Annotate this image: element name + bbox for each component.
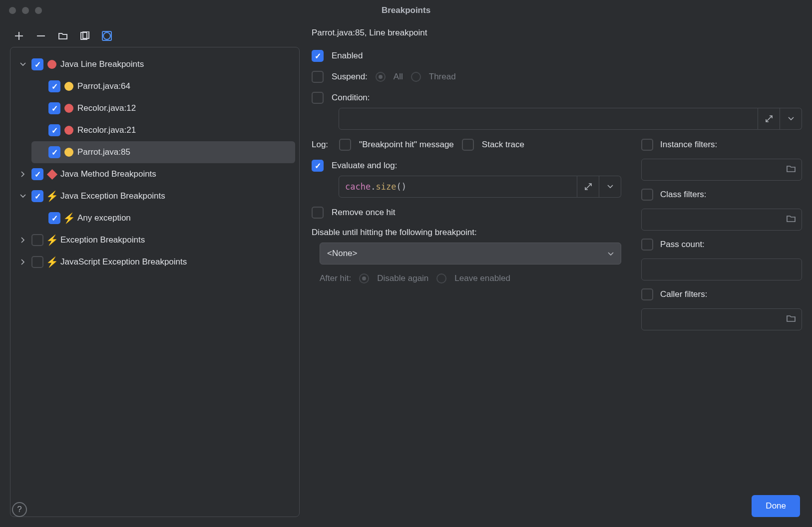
condition-input[interactable] bbox=[339, 108, 758, 130]
expand-arrow-icon[interactable] bbox=[17, 237, 28, 243]
group-label: JavaScript Exception Breakpoints bbox=[60, 257, 187, 267]
item-checkbox[interactable] bbox=[48, 102, 60, 114]
tree-item-any-exc[interactable]: ⚡Any exception bbox=[31, 207, 295, 229]
disable-again-label: Disable again bbox=[377, 273, 428, 283]
expand-arrow-icon[interactable] bbox=[17, 259, 28, 265]
breakpoint-type-icon: ⚡ bbox=[46, 191, 57, 202]
breakpoint-icon bbox=[63, 125, 74, 136]
caller-filter-checkbox[interactable] bbox=[641, 288, 653, 300]
detail-title: Parrot.java:85, Line breakpoint bbox=[312, 28, 802, 38]
tree-group-js-exc[interactable]: ⚡JavaScript Exception Breakpoints bbox=[14, 251, 295, 273]
suspend-checkbox[interactable] bbox=[312, 71, 324, 83]
tree-group-java-exception[interactable]: ⚡Java Exception Breakpoints bbox=[14, 185, 295, 207]
log-hit-label: "Breakpoint hit" message bbox=[359, 140, 454, 150]
pass-count-checkbox[interactable] bbox=[641, 239, 653, 251]
breakpoint-toolbar bbox=[10, 27, 300, 47]
item-checkbox[interactable] bbox=[48, 80, 60, 92]
group-by-package-icon[interactable] bbox=[57, 30, 69, 42]
group-checkbox[interactable] bbox=[31, 168, 43, 180]
log-stack-label: Stack trace bbox=[482, 140, 524, 150]
breakpoint-type-icon bbox=[46, 169, 57, 180]
breakpoint-type-icon: ⚡ bbox=[46, 257, 57, 267]
suspend-label: Suspend: bbox=[332, 72, 368, 82]
item-label: Parrot.java:85 bbox=[77, 147, 130, 157]
expand-arrow-icon[interactable] bbox=[17, 62, 28, 66]
leave-enabled-label: Leave enabled bbox=[454, 273, 510, 283]
folder-icon bbox=[787, 165, 796, 175]
pass-count-label: Pass count: bbox=[660, 240, 705, 250]
group-checkbox[interactable] bbox=[31, 256, 43, 268]
caller-filter-input[interactable] bbox=[641, 308, 802, 330]
window-controls bbox=[0, 7, 42, 14]
group-checkbox[interactable] bbox=[31, 190, 43, 202]
suspend-thread-radio[interactable] bbox=[411, 72, 421, 82]
enabled-checkbox[interactable] bbox=[312, 50, 324, 62]
class-filter-input[interactable] bbox=[641, 209, 802, 231]
tree-group-java-method[interactable]: Java Method Breakpoints bbox=[14, 163, 295, 185]
expand-evaluate-icon[interactable] bbox=[577, 176, 599, 198]
chevron-down-icon bbox=[608, 249, 614, 259]
item-checkbox[interactable] bbox=[48, 212, 60, 224]
expand-arrow-icon[interactable] bbox=[17, 194, 28, 198]
window-title: Breakpoints bbox=[382, 5, 430, 15]
tree-item-recolor-12[interactable]: Recolor.java:12 bbox=[31, 97, 295, 119]
expand-condition-icon[interactable] bbox=[758, 108, 780, 130]
tree-item-parrot-64[interactable]: Parrot.java:64 bbox=[31, 75, 295, 97]
breakpoint-type-icon bbox=[46, 59, 57, 70]
log-hit-checkbox[interactable] bbox=[339, 139, 351, 151]
item-checkbox[interactable] bbox=[48, 146, 60, 158]
group-checkbox[interactable] bbox=[31, 234, 43, 246]
group-label: Java Method Breakpoints bbox=[60, 169, 156, 179]
evaluate-label: Evaluate and log: bbox=[332, 161, 397, 171]
group-checkbox[interactable] bbox=[31, 58, 43, 70]
folder-icon bbox=[787, 215, 796, 225]
class-filter-label: Class filters: bbox=[660, 190, 707, 200]
zoom-window-icon[interactable] bbox=[35, 7, 42, 14]
disable-until-label: Disable until hitting the following brea… bbox=[312, 228, 621, 238]
breakpoint-icon bbox=[63, 103, 74, 114]
help-button[interactable]: ? bbox=[12, 502, 27, 517]
log-label: Log: bbox=[312, 140, 328, 150]
leave-enabled-radio[interactable] bbox=[436, 273, 446, 283]
tree-item-parrot-85[interactable]: Parrot.java:85 bbox=[31, 141, 295, 163]
breakpoint-icon bbox=[63, 147, 74, 158]
caller-filter-label: Caller filters: bbox=[660, 289, 707, 299]
tree-item-recolor-21[interactable]: Recolor.java:21 bbox=[31, 119, 295, 141]
breakpoint-icon bbox=[63, 81, 74, 92]
view-breakpoints-icon[interactable] bbox=[101, 30, 113, 42]
remove-breakpoint-icon[interactable] bbox=[35, 30, 47, 42]
disable-until-select[interactable]: <None> bbox=[320, 243, 621, 264]
item-checkbox[interactable] bbox=[48, 124, 60, 136]
titlebar: Breakpoints bbox=[0, 0, 812, 21]
folder-icon bbox=[787, 314, 796, 324]
remove-once-checkbox[interactable] bbox=[312, 207, 324, 219]
done-button[interactable]: Done bbox=[752, 495, 800, 517]
disable-again-radio[interactable] bbox=[359, 273, 369, 283]
close-window-icon[interactable] bbox=[9, 7, 16, 14]
evaluate-checkbox[interactable] bbox=[312, 160, 324, 172]
group-by-file-icon[interactable] bbox=[79, 30, 91, 42]
evaluate-input[interactable]: cache.size() bbox=[339, 176, 577, 198]
group-label: Java Line Breakpoints bbox=[60, 59, 144, 69]
evaluate-history-icon[interactable] bbox=[599, 176, 621, 198]
log-stack-checkbox[interactable] bbox=[462, 139, 474, 151]
condition-label: Condition: bbox=[332, 93, 370, 103]
pass-count-input[interactable] bbox=[641, 259, 802, 280]
condition-history-icon[interactable] bbox=[780, 108, 802, 130]
suspend-thread-label: Thread bbox=[429, 72, 456, 82]
breakpoint-icon: ⚡ bbox=[63, 213, 74, 224]
tree-group-java-line[interactable]: Java Line Breakpoints bbox=[14, 53, 295, 75]
svg-point-2 bbox=[103, 32, 110, 39]
suspend-all-radio[interactable] bbox=[376, 72, 386, 82]
tree-group-exc-bp[interactable]: ⚡Exception Breakpoints bbox=[14, 229, 295, 251]
item-label: Parrot.java:64 bbox=[77, 81, 130, 91]
class-filter-checkbox[interactable] bbox=[641, 189, 653, 201]
suspend-all-label: All bbox=[394, 72, 403, 82]
condition-checkbox[interactable] bbox=[312, 92, 324, 104]
instance-filter-checkbox[interactable] bbox=[641, 139, 653, 151]
add-breakpoint-icon[interactable] bbox=[13, 30, 25, 42]
instance-filter-input[interactable] bbox=[641, 159, 802, 181]
enabled-label: Enabled bbox=[332, 51, 363, 61]
minimize-window-icon[interactable] bbox=[22, 7, 29, 14]
expand-arrow-icon[interactable] bbox=[17, 171, 28, 177]
